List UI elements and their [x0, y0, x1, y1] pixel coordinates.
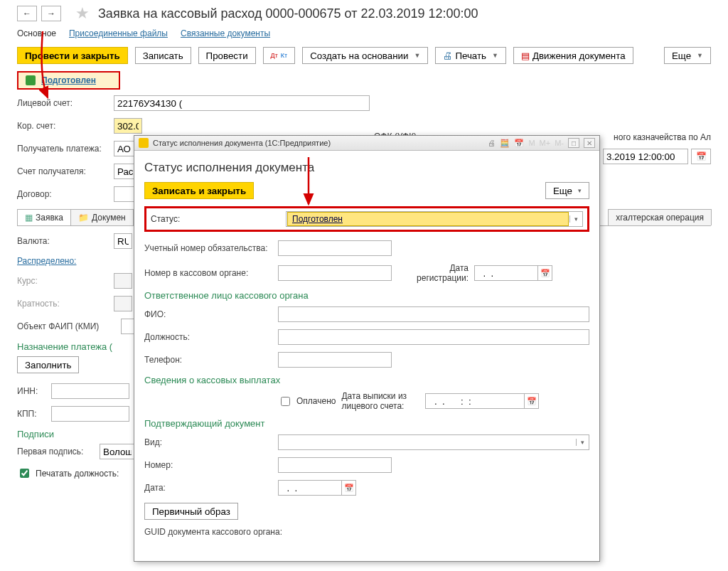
modal-heading: Статус исполнения документа [144, 161, 589, 175]
tab-app-label: Заявка [36, 213, 63, 223]
tab-app[interactable]: ▦ Заявка [17, 209, 71, 225]
currency-label: Валюта: [17, 236, 109, 246]
guid-label: GUID документа кассового органа: [144, 527, 294, 537]
first-sign-input[interactable] [100, 444, 135, 459]
tab-acct-op-label: хгалтерская операция [616, 213, 704, 223]
calendar-icon[interactable]: 📅 [342, 480, 356, 496]
movements-button[interactable]: ▤Движения документа [513, 47, 633, 64]
kschet-input[interactable] [114, 118, 142, 134]
tab-docs-label: Докумен [92, 213, 126, 223]
confirm-doc-section-title: Подтверждающий документ [144, 418, 589, 429]
date-label: Дата: [144, 483, 272, 493]
folder-icon: 📁 [78, 213, 89, 223]
favorite-star-icon[interactable]: ★ [75, 4, 90, 23]
mminus-label: M- [555, 139, 564, 147]
page-title: Заявка на кассовый расход 0000-000675 от… [98, 6, 478, 21]
phone-label: Телефон: [144, 355, 272, 365]
modal-title-text: Статус исполнения документа (1С:Предприя… [153, 139, 331, 147]
post-button[interactable]: Провести [198, 47, 256, 64]
ofk-right-text: ного казначейства по Ал [614, 132, 711, 142]
calc-icon[interactable]: 🧮 [500, 139, 510, 148]
reg-no-input[interactable] [278, 240, 392, 256]
rate-label: Курс: [17, 276, 109, 286]
tab-acct-op[interactable]: хгалтерская операция [608, 209, 712, 225]
lschet-input[interactable] [114, 95, 370, 111]
inn-label: ИНН: [17, 386, 47, 396]
kind-label: Вид: [144, 437, 272, 447]
primary-image-button[interactable]: Первичный образ [144, 503, 238, 520]
link-related[interactable]: Связанные документы [181, 28, 270, 38]
print-position-checkbox[interactable] [20, 469, 29, 478]
save-button[interactable]: Записать [135, 47, 191, 64]
faip-input[interactable] [121, 319, 135, 334]
date-input-right[interactable] [603, 149, 688, 164]
calendar-icon[interactable]: 📅 [538, 265, 552, 281]
confirm-date-input[interactable] [278, 480, 342, 496]
currency-input[interactable] [114, 233, 132, 249]
print-icon[interactable]: 🖨 [488, 139, 496, 147]
recip-acc-label: Счет получателя: [17, 166, 109, 176]
kschet-label: Кор. счет: [17, 121, 109, 131]
fill-button[interactable]: Заполнить [17, 356, 79, 373]
modal-titlebar: Статус исполнения документа (1С:Предприя… [134, 136, 599, 151]
faip-label: Объект ФАИП (КМИ) [17, 321, 117, 331]
contract-label: Договор: [17, 189, 109, 199]
status-dropdown-button[interactable]: ▾ [569, 215, 582, 223]
kind-combobox[interactable]: ▾ [278, 434, 589, 450]
position-label: Должность: [144, 332, 272, 342]
distributed-label[interactable]: Распределено: [17, 256, 109, 266]
modal-save-close-button[interactable]: Записать и закрыть [144, 182, 254, 199]
print-position-label: Печатать должность: [36, 469, 119, 479]
kpp-label: КПП: [17, 409, 47, 419]
extract-date-label: Дата выписки из лицевого счета: [341, 391, 419, 411]
modal-more-button[interactable]: Еще▾ [545, 182, 589, 199]
link-files[interactable]: Присоединенные файлы [69, 28, 168, 38]
tab-docs[interactable]: 📁 Докумен [70, 209, 134, 225]
paid-checkbox-label: Оплачено [296, 396, 336, 406]
number-input[interactable] [278, 457, 392, 473]
mplus-label: M+ [540, 139, 551, 147]
fio-label: ФИО: [144, 309, 272, 319]
first-sign-label: Первая подпись: [17, 447, 95, 457]
modal-close-button[interactable]: ✕ [584, 138, 595, 148]
calendar-icon[interactable]: 📅 [525, 393, 539, 409]
document-icon: ▦ [25, 213, 33, 223]
extract-date-input[interactable] [425, 393, 525, 409]
calendar-icon[interactable]: 📅 [691, 149, 711, 164]
m-label: M [528, 139, 535, 147]
mult-input [114, 296, 132, 311]
kind-dropdown-button[interactable]: ▾ [576, 439, 589, 446]
kass-no-input[interactable] [278, 265, 392, 281]
status-combobox[interactable]: Подготовлен ▾ [286, 211, 583, 227]
app-logo-icon [139, 138, 149, 148]
mult-label: Кратность: [17, 299, 109, 309]
status-icon [26, 75, 36, 85]
printer-icon: 🖨 [443, 50, 452, 61]
annotation-arrow-icon [300, 156, 321, 211]
kass-no-label: Номер в кассовом органе: [144, 268, 272, 278]
recipient-label: Получатель платежа: [17, 144, 109, 154]
inn-input[interactable] [51, 383, 129, 399]
more-button[interactable]: Еще▼ [664, 47, 711, 64]
responsible-section-title: Ответственное лицо кассового органа [144, 290, 589, 301]
reg-no-label: Учетный номер обязательства: [144, 243, 272, 253]
status-value: Подготовлен [287, 212, 569, 226]
nav-forward-button[interactable]: → [41, 6, 61, 21]
modal-maximize-button[interactable]: □ [568, 138, 579, 148]
status-highlight-block: Статус: Подготовлен ▾ [144, 206, 589, 232]
position-input[interactable] [278, 329, 589, 345]
payments-section-title: Сведения о кассовых выплатах [144, 375, 589, 385]
reg-date-label: Дата регистрации: [397, 263, 469, 283]
rate-input [114, 273, 132, 289]
document-icon: ▤ [521, 50, 530, 61]
calendar-icon[interactable]: 📅 [514, 139, 524, 148]
fio-input[interactable] [278, 306, 589, 322]
dt-kt-button[interactable]: ДтКт [263, 47, 296, 64]
create-based-button[interactable]: Создать на основании▼ [302, 47, 428, 64]
paid-checkbox[interactable] [281, 397, 290, 406]
kpp-input[interactable] [51, 406, 129, 422]
nav-back-button[interactable]: ← [17, 6, 37, 21]
reg-date-input[interactable] [474, 265, 538, 281]
print-button[interactable]: 🖨Печать▼ [435, 47, 506, 64]
phone-input[interactable] [278, 352, 392, 368]
